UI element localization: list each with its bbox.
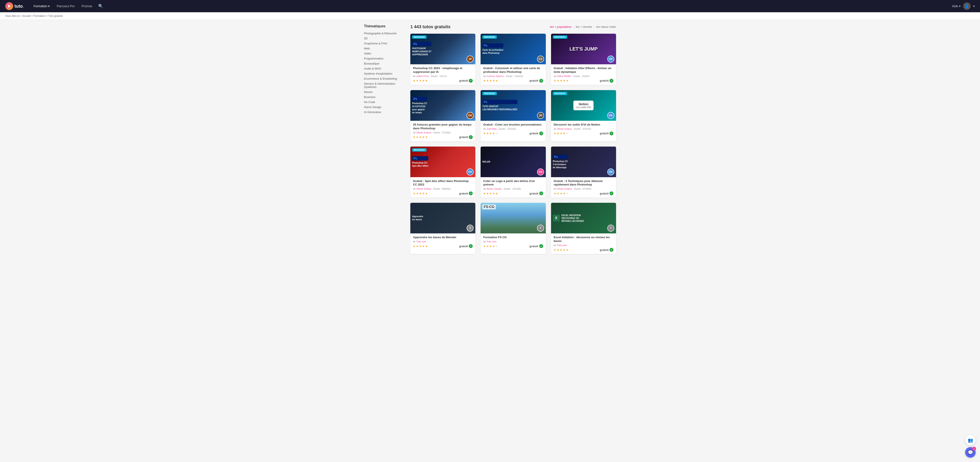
thumb-default-content: PsPhotoshop CC3 techniquesde détourage <box>553 155 568 169</box>
badge-nouveau: Nouveau <box>412 35 426 39</box>
course-footer: ★★★★★ gratuit ✓ <box>554 132 613 135</box>
star-4: ★ <box>563 79 565 82</box>
instructor-link[interactable]: Olivier Krakus <box>416 187 431 190</box>
gratuit-check-icon: ✓ <box>469 191 473 195</box>
course-card[interactable]: PsCarte de profondeurdans Photoshop Nouv… <box>480 34 546 85</box>
star-1: ★ <box>413 135 415 139</box>
instructor-link[interactable]: Gilles Pfeiffer <box>557 75 571 78</box>
sidebar-item-1[interactable]: 3D <box>364 36 403 41</box>
sidebar-item-4[interactable]: Vidéo <box>364 51 403 56</box>
sidebar-item-14[interactable]: Game Design <box>364 105 403 110</box>
nav-formation-label: Formation <box>33 5 47 8</box>
course-footer: ★★★★★ gratuit ✓ <box>483 79 543 83</box>
sidebar-item-0[interactable]: Photographie & Retouche <box>364 31 403 36</box>
thumb-content: FS·CG <box>480 203 546 233</box>
sidebar-item-3[interactable]: Web <box>364 46 403 51</box>
sidebar-item-12[interactable]: Business <box>364 95 403 100</box>
instructor-link[interactable]: Tuto.com <box>416 240 426 243</box>
course-card[interactable]: PsPHOTOSHOPREMPLISSAGE ETSUPPRESSION Nou… <box>410 34 475 85</box>
star-2: ★ <box>416 79 418 82</box>
course-meta: de Olivier Krakus - Durée : 08m05s <box>413 187 473 190</box>
star-1: ★ <box>483 244 486 248</box>
course-card[interactable]: Notion Les outils d'IA Nouveau OK Découv… <box>551 90 616 141</box>
course-card[interactable]: PsPhotoshop CC3 techniquesde détourage O… <box>551 146 616 198</box>
stars: ★★★★★ <box>413 192 428 195</box>
course-card[interactable]: Apprendreles bases T Apprendre les bases… <box>410 203 475 254</box>
instructor-link[interactable]: Tuto.com <box>557 244 567 246</box>
thumb-default-content: PsPhotoshop CCSpin Blur effect <box>412 156 428 168</box>
aide-button[interactable]: Aide ▾ <box>952 5 961 8</box>
badge-nouveau: Nouveau <box>482 92 497 95</box>
nav-promos-label: Promos <box>82 5 92 8</box>
thumb-excel-content: X EXCEL INITIATIONDÉCOUVREZ OURÉVISEZ LE… <box>553 205 614 232</box>
instructor-link[interactable]: Tuto.com <box>487 240 496 243</box>
thumb-text: PHOTOSHOPREMPLISSAGE ETSUPPRESSION <box>412 47 431 56</box>
course-title: Gratuit : Spin blur effect dans Photosho… <box>413 179 473 187</box>
ps-icon: Ps <box>482 43 503 48</box>
instructor-link[interactable]: Olivier Krakus <box>416 131 431 134</box>
gratuit-badge: gratuit ✓ <box>530 79 543 83</box>
star-1: ★ <box>483 79 486 82</box>
sort-recent[interactable]: les + récents <box>576 25 592 29</box>
sidebar-item-10[interactable]: Serveur & Administration Systèmes <box>364 81 403 89</box>
instructor-link[interactable]: Joel Riba <box>487 127 497 130</box>
gratuit-label: gratuit <box>530 192 538 195</box>
course-info: Gratuit : 3 Techniques pour détourer rap… <box>551 177 616 198</box>
course-footer: ★★★★★ gratuit ✓ <box>413 191 473 195</box>
badge-nouveau: Nouveau <box>553 92 567 95</box>
sort-rated[interactable]: les mieux notés <box>597 25 616 29</box>
thumb-text: LET'S JUMP <box>570 46 598 52</box>
course-card[interactable]: NOLAN AG Créer un Logo à partir des lett… <box>480 146 546 198</box>
sidebar-item-8[interactable]: Système d'exploitation <box>364 71 403 76</box>
sidebar-item-7[interactable]: Audio & MAO <box>364 66 403 71</box>
course-card[interactable]: FS·CG T Formation FS CG de Tuto.com ★★★★… <box>480 203 546 254</box>
star-5: ★ <box>425 135 428 139</box>
sidebar-item-15[interactable]: IA Générative <box>364 110 403 114</box>
instructor-link[interactable]: Adrien Gazaix <box>487 187 501 190</box>
gratuit-badge: gratuit ✓ <box>459 244 473 248</box>
course-meta: de Gilles Pfeiffer - Durée : 1h42m <box>554 75 613 78</box>
logo[interactable]: tuto. <box>5 2 24 10</box>
star-2: ★ <box>416 135 418 139</box>
star-3: ★ <box>560 192 562 195</box>
nav-parcours-pro[interactable]: Parcours Pro <box>54 3 77 10</box>
course-info: Excel Initiation : découvrez ou révisez … <box>551 233 616 254</box>
instructor-link[interactable]: Olivier Krakus <box>557 187 572 190</box>
nav-formation[interactable]: Formation ▾ <box>31 3 52 10</box>
sort-popular[interactable]: les + populaires <box>550 25 572 29</box>
sidebar-item-11[interactable]: Dessin <box>364 89 403 95</box>
course-info: Créer un Logo à partir des lettres d'un … <box>480 177 546 198</box>
course-card[interactable]: PsPhotoshop CC25 ASTUCESpour gagnerdu te… <box>410 90 475 141</box>
page-title: 1 443 tutos gratuits <box>410 24 450 29</box>
course-card[interactable]: X EXCEL INITIATIONDÉCOUVREZ OURÉVISEZ LE… <box>551 203 616 254</box>
gratuit-label: gratuit <box>600 248 609 252</box>
avatar[interactable]: 👤 <box>963 2 970 10</box>
sidebar-item-9[interactable]: Ecommerce & Emarketing <box>364 76 403 81</box>
instructor-link[interactable]: Julien Pons <box>416 75 429 78</box>
content-header: 1 443 tutos gratuits les + populaires / … <box>410 24 616 29</box>
nav-promos[interactable]: Promos <box>79 3 95 10</box>
star-1: ★ <box>554 132 556 135</box>
thumb-content: X EXCEL INITIATIONDÉCOUVREZ OURÉVISEZ LE… <box>551 203 616 233</box>
course-thumbnail: X EXCEL INITIATIONDÉCOUVREZ OURÉVISEZ LE… <box>551 203 616 233</box>
star-4: ★ <box>492 79 495 82</box>
search-button[interactable]: 🔍 <box>97 2 105 10</box>
course-card[interactable]: LET'S JUMP Nouveau GP Gratuit : Initiati… <box>551 34 616 85</box>
course-info: Gratuit : Créer ses brushes personnalisé… <box>480 121 546 138</box>
sidebar-item-5[interactable]: Programmation <box>364 56 403 61</box>
star-4: ★ <box>422 135 425 139</box>
sidebar-item-6[interactable]: Bureautique <box>364 61 403 66</box>
course-card[interactable]: PsPhotoshop CCSpin Blur effect Nouveau O… <box>410 146 475 198</box>
sort-divider-1: / <box>573 25 574 29</box>
courses-grid: PsPHOTOSHOPREMPLISSAGE ETSUPPRESSION Nou… <box>410 34 616 254</box>
instructor-link[interactable]: Corinne Salmon <box>487 75 504 78</box>
gratuit-label: gratuit <box>530 79 538 82</box>
course-card[interactable]: PsTUTO GRATUITLES BRUSHES PERSONNALISÉS … <box>480 90 546 141</box>
sidebar-item-13[interactable]: No Code <box>364 100 403 105</box>
instructor-link[interactable]: Olivier Krakus <box>557 127 572 130</box>
sidebar-item-2[interactable]: Graphisme & Print <box>364 41 403 46</box>
star-4: ★ <box>563 192 565 195</box>
nav-parcours-label: Parcours Pro <box>57 5 75 8</box>
thumb-text: Photoshop CC25 ASTUCESpour gagnerdu temp… <box>412 102 427 114</box>
nav-links: Formation ▾ Parcours Pro Promos 🔍 <box>31 2 952 10</box>
